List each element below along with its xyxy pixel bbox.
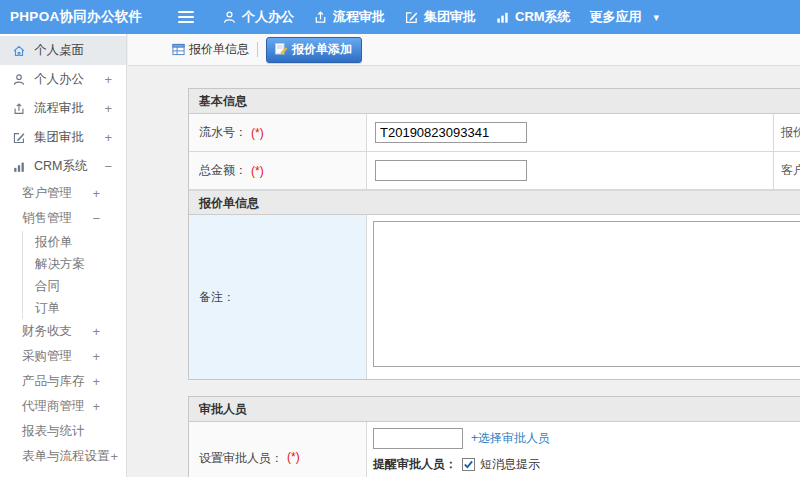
table-icon bbox=[172, 43, 185, 56]
sidebar-item-label: 代理商管理 bbox=[22, 398, 85, 415]
required-marker: (*) bbox=[287, 450, 300, 464]
sidebar-item-agent-mgmt[interactable]: 代理商管理 + bbox=[0, 394, 126, 419]
required-marker: (*) bbox=[251, 164, 264, 178]
remind-line: 提醒审批人员： 短消息提示 bbox=[373, 456, 800, 473]
sidebar-item-quotation[interactable]: 报价单 bbox=[23, 231, 126, 253]
field-label: 客户 bbox=[781, 162, 800, 179]
expand-toggle[interactable]: + bbox=[104, 130, 112, 145]
field-label: 设置审批人员： bbox=[199, 450, 283, 467]
approver-input[interactable] bbox=[373, 428, 463, 449]
field-input-cell bbox=[367, 152, 774, 189]
nav-label: 个人办公 bbox=[242, 8, 294, 26]
user-icon bbox=[12, 73, 26, 87]
sidebar-item-label: 个人桌面 bbox=[34, 42, 84, 59]
field-label: 总金额： bbox=[199, 162, 247, 179]
sidebar-item-form-workflow-settings[interactable]: 表单与流程设置 + bbox=[0, 444, 126, 469]
sms-checkbox[interactable] bbox=[462, 458, 475, 471]
workflow-icon bbox=[313, 10, 328, 25]
sales-submenu: 报价单 解决方案 合同 订单 bbox=[22, 231, 126, 319]
sidebar-item-label: 报价单 bbox=[35, 234, 73, 251]
expand-toggle[interactable]: + bbox=[104, 101, 112, 116]
sidebar-item-crm[interactable]: CRM系统 − bbox=[0, 152, 126, 181]
sidebar-item-label: 集团审批 bbox=[34, 129, 84, 146]
sidebar-item-reports[interactable]: 报表与统计 bbox=[0, 419, 126, 444]
nav-workflow-approval[interactable]: 流程审批 bbox=[313, 8, 385, 26]
approver-input-cell: +选择审批人员 提醒审批人员： 短消息提示 注：流程第一步审批人员，这里选择你的… bbox=[367, 422, 800, 477]
right-field-label: 客户 bbox=[774, 152, 800, 189]
sidebar-item-label: 解决方案 bbox=[35, 256, 85, 273]
sidebar-item-order[interactable]: 订单 bbox=[23, 297, 126, 319]
form-add-icon bbox=[274, 42, 288, 56]
sidebar-item-label: 个人办公 bbox=[34, 71, 84, 88]
sidebar-item-solution[interactable]: 解决方案 bbox=[23, 253, 126, 275]
sidebar-item-customer-mgmt[interactable]: 客户管理 + bbox=[0, 181, 126, 206]
field-label-cell: 设置审批人员： (*) bbox=[189, 422, 367, 477]
sidebar-item-personal-office[interactable]: 个人办公 + bbox=[0, 65, 126, 94]
sidebar-item-purchase[interactable]: 采购管理 + bbox=[0, 344, 126, 369]
nav-label: 流程审批 bbox=[333, 8, 385, 26]
total-amount-input[interactable] bbox=[375, 160, 527, 181]
required-marker: (*) bbox=[251, 126, 264, 140]
nav-group-approval[interactable]: 集团审批 bbox=[404, 8, 476, 26]
sidebar-item-label: 合同 bbox=[35, 278, 60, 295]
sidebar-item-group-approval[interactable]: 集团审批 + bbox=[0, 123, 126, 152]
section-header-approval: 审批人员 bbox=[189, 397, 800, 422]
field-label-cell: 总金额： (*) bbox=[189, 152, 367, 189]
collapse-toggle[interactable]: − bbox=[104, 159, 112, 174]
nav-label: 更多应用 bbox=[590, 8, 642, 26]
top-navigation: 个人办公 流程审批 集团审批 CRM系统 更多应用 ▾ bbox=[222, 8, 678, 26]
right-field-label: 报价 bbox=[774, 114, 800, 151]
form-row-total-amount: 总金额： (*) 客户 bbox=[189, 152, 800, 190]
remark-label-cell: 备注： bbox=[189, 215, 367, 379]
serial-number-input[interactable] bbox=[375, 122, 527, 143]
collapse-toggle[interactable]: − bbox=[92, 211, 100, 226]
nav-more-apps[interactable]: 更多应用 ▾ bbox=[590, 8, 660, 26]
sidebar-item-label: 销售管理 bbox=[22, 210, 72, 227]
sidebar-item-label: 客户管理 bbox=[22, 185, 72, 202]
nav-label: 集团审批 bbox=[424, 8, 476, 26]
expand-toggle[interactable]: + bbox=[92, 186, 100, 201]
expand-toggle[interactable]: + bbox=[92, 374, 100, 389]
expand-toggle[interactable]: + bbox=[104, 72, 112, 87]
nav-personal-office[interactable]: 个人办公 bbox=[222, 8, 294, 26]
sidebar-item-finance[interactable]: 财务收支 + bbox=[0, 319, 126, 344]
app-logo: PHPOA协同办公软件 bbox=[0, 8, 122, 26]
sidebar-item-label: 产品与库存 bbox=[22, 373, 85, 390]
form-row-approver: 设置审批人员： (*) +选择审批人员 提醒审批人员： 短消息提示 bbox=[189, 422, 800, 477]
expand-toggle[interactable]: + bbox=[111, 449, 119, 464]
sidebar: 个人桌面 个人办公 + 流程审批 + 集团审批 + CRM系统 − 客户管理 +… bbox=[0, 34, 127, 477]
sidebar-item-label: 表单与流程设置 bbox=[22, 448, 110, 465]
sidebar-item-label: 订单 bbox=[35, 300, 60, 317]
remark-textarea[interactable] bbox=[373, 221, 800, 367]
field-label-cell: 流水号： (*) bbox=[189, 114, 367, 151]
tab-divider bbox=[257, 42, 258, 57]
field-label: 报价 bbox=[781, 124, 800, 141]
menu-icon[interactable] bbox=[174, 4, 198, 30]
bar-chart-icon bbox=[12, 160, 26, 174]
sidebar-item-label: 流程审批 bbox=[34, 100, 84, 117]
tab-quotation-add[interactable]: 报价单添加 bbox=[266, 37, 362, 63]
sidebar-item-label: 财务收支 bbox=[22, 323, 72, 340]
sidebar-item-workflow-approval[interactable]: 流程审批 + bbox=[0, 94, 126, 123]
sidebar-item-desktop[interactable]: 个人桌面 bbox=[0, 36, 126, 65]
field-input-cell bbox=[367, 114, 774, 151]
sidebar-item-contract[interactable]: 合同 bbox=[23, 275, 126, 297]
workflow-icon bbox=[12, 102, 26, 116]
sidebar-item-product-inventory[interactable]: 产品与库存 + bbox=[0, 369, 126, 394]
quotation-form: 基本信息 流水号： (*) 报价 总金额： (*) bbox=[188, 88, 800, 477]
expand-toggle[interactable]: + bbox=[92, 349, 100, 364]
nav-crm-system[interactable]: CRM系统 bbox=[495, 8, 571, 26]
tab-label: 报价单添加 bbox=[292, 41, 352, 58]
form-row-serial-number: 流水号： (*) 报价 bbox=[189, 114, 800, 152]
sidebar-item-label: 报表与统计 bbox=[22, 423, 85, 440]
form-panel-main: 基本信息 流水号： (*) 报价 总金额： (*) bbox=[188, 88, 800, 380]
home-icon bbox=[12, 44, 26, 58]
remind-label: 提醒审批人员： bbox=[373, 456, 457, 473]
expand-toggle[interactable]: + bbox=[92, 324, 100, 339]
user-icon bbox=[222, 10, 237, 25]
tab-quotation-info[interactable]: 报价单信息 bbox=[172, 41, 249, 58]
bar-chart-icon bbox=[495, 10, 510, 25]
sidebar-item-sales-mgmt[interactable]: 销售管理 − bbox=[0, 206, 126, 231]
choose-approver-link[interactable]: +选择审批人员 bbox=[471, 430, 550, 447]
expand-toggle[interactable]: + bbox=[92, 399, 100, 414]
